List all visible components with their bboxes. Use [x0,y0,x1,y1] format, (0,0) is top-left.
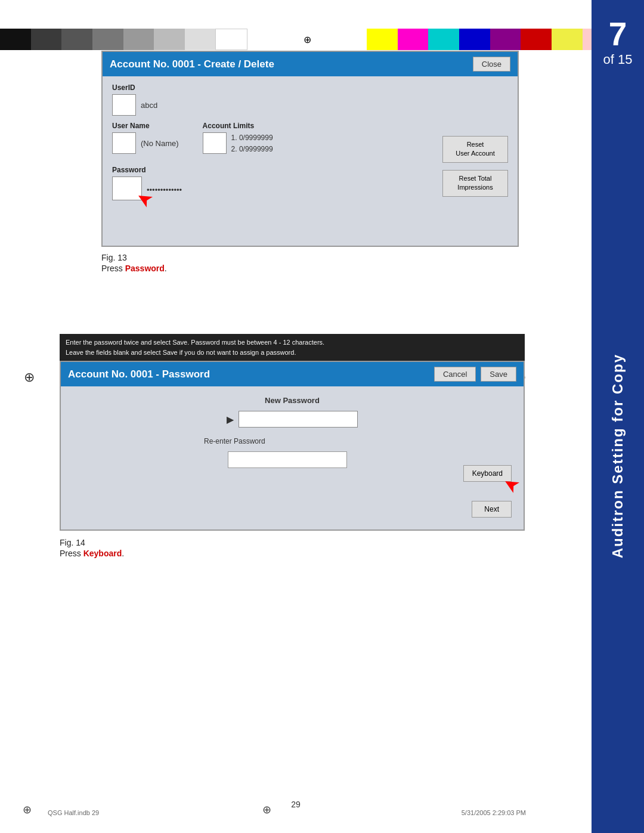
instruction-line2: Leave the fields blank and select Save i… [66,348,519,358]
footer-crosshair-left: ⊕ [23,803,32,816]
username-box[interactable] [112,132,136,154]
sidebar: 7 of 15 Auditron Setting for Copy [592,0,644,833]
fig13-caption: Fig. 13 Press Password. [101,253,519,273]
fig14-section: Enter the password twice and select Save… [60,334,525,558]
create-delete-header: Account No. 0001 - Create / Delete Close [103,52,518,76]
create-delete-dialog: Account No. 0001 - Create / Delete Close… [101,51,519,247]
fig13-period: . [165,264,167,273]
crosshair-left-mid: ⊕ [24,370,35,385]
account-limits-label: Account Limits [203,122,273,130]
reenter-label: Re-enter Password [204,437,347,445]
footer-left: QSG Half.indb 29 [48,809,99,816]
userid-value: abcd [141,101,157,110]
keyboard-button[interactable]: Keyboard [463,465,512,482]
new-password-row: ▶ [227,411,358,428]
password-dialog: Account No. 0001 - Password Cancel Save … [60,361,525,531]
create-delete-body: UserID abcd User Name (No Name) [103,76,518,246]
password-box-wrapper: ➤ [112,176,142,203]
main-content: Account No. 0001 - Create / Delete Close… [0,0,592,833]
password-dialog-title: Account No. 0001 - Password [68,368,210,380]
username-row: (No Name) [112,132,179,154]
fig13-num: Fig. 13 [101,253,519,262]
fig14-num: Fig. 14 [60,538,525,547]
instruction-line1: Enter the password twice and select Save… [66,337,519,348]
fig14-caption: Fig. 14 Press Keyboard. [60,538,525,558]
close-button[interactable]: Close [473,57,510,72]
page-number: 29 [291,800,301,809]
reenter-label-wrapper: Re-enter Password [192,437,347,445]
footer-crosshair-center: ⊕ [262,803,271,816]
cancel-button[interactable]: Cancel [434,367,476,382]
reset-user-account-button[interactable]: ResetUser Account [442,136,508,163]
header-buttons: Cancel Save [434,367,516,382]
username-value: (No Name) [141,139,179,148]
reenter-password-input[interactable] [228,451,347,468]
reset-total-button[interactable]: Reset TotalImpressions [442,170,508,197]
next-button[interactable]: Next [472,501,512,518]
instruction-text: Enter the password twice and select Save… [60,334,525,361]
fig14-period: . [122,549,124,558]
save-button[interactable]: Save [481,367,516,382]
fig13-press-text: Press [101,264,125,273]
reenter-input-wrapper [204,451,347,468]
spacer [112,203,508,239]
new-password-input[interactable] [239,411,358,428]
userid-label: UserID [112,83,508,92]
sidebar-page-num: 7 [603,18,633,51]
username-section: User Name (No Name) [112,122,179,160]
fig13-section: Account No. 0001 - Create / Delete Close… [101,51,519,273]
create-delete-title: Account No. 0001 - Create / Delete [110,58,274,70]
password-dialog-header: Account No. 0001 - Password Cancel Save [61,362,524,386]
limits-box[interactable] [203,132,227,154]
triangle-arrow-icon: ▶ [227,414,234,425]
right-buttons: ResetUser Account Reset TotalImpressions [442,136,508,197]
password-dots: ••••••••••••• [147,185,182,194]
username-label: User Name [112,122,179,130]
sidebar-of: of 15 [603,52,633,67]
fig14-keyword: Keyboard [83,549,122,558]
account-limits-section: Account Limits 1. 0/9999999 2. 0/9999999 [203,122,273,160]
fig13-keyword: Password [125,264,165,273]
limits-line2: 2. 0/9999999 [231,144,273,155]
new-password-section: New Password ▶ Re-enter Password [73,396,512,468]
password-dialog-body: New Password ▶ Re-enter Password Keyboar… [61,386,524,529]
limits-values: 1. 0/9999999 2. 0/9999999 [231,132,273,155]
new-password-label: New Password [265,396,320,405]
fig14-press-text: Press [60,549,83,558]
userid-box[interactable] [112,94,136,116]
userid-row: abcd [112,94,508,116]
limits-line1: 1. 0/9999999 [231,132,273,144]
sidebar-title: Auditron Setting for Copy [608,354,627,558]
limits-row: 1. 0/9999999 2. 0/9999999 [203,132,273,155]
password-box[interactable] [112,176,142,200]
footer-right: 5/31/2005 2:29:03 PM [462,809,526,816]
